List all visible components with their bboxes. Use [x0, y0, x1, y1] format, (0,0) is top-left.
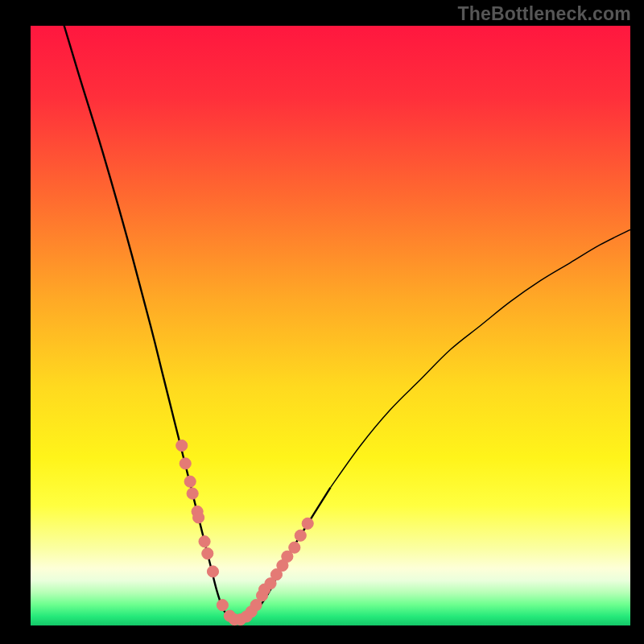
marker-group — [176, 440, 314, 625]
curve-marker — [217, 600, 228, 611]
curve-marker — [199, 536, 210, 547]
curve-marker — [180, 458, 191, 469]
curve-marker — [187, 488, 198, 499]
chart-frame: TheBottleneck.com — [0, 0, 644, 644]
curve-layer — [31, 26, 630, 625]
watermark-text: TheBottleneck.com — [457, 3, 631, 25]
curve-marker — [207, 566, 218, 577]
curve-marker — [295, 530, 306, 541]
curve-marker — [184, 476, 196, 487]
curve-marker — [302, 518, 313, 529]
bottleneck-curve-right-thin — [331, 229, 631, 487]
bottleneck-curve — [60, 14, 330, 620]
curve-marker — [202, 548, 213, 559]
curve-marker — [193, 512, 204, 523]
curve-marker — [176, 440, 188, 451]
curve-marker — [289, 542, 300, 553]
